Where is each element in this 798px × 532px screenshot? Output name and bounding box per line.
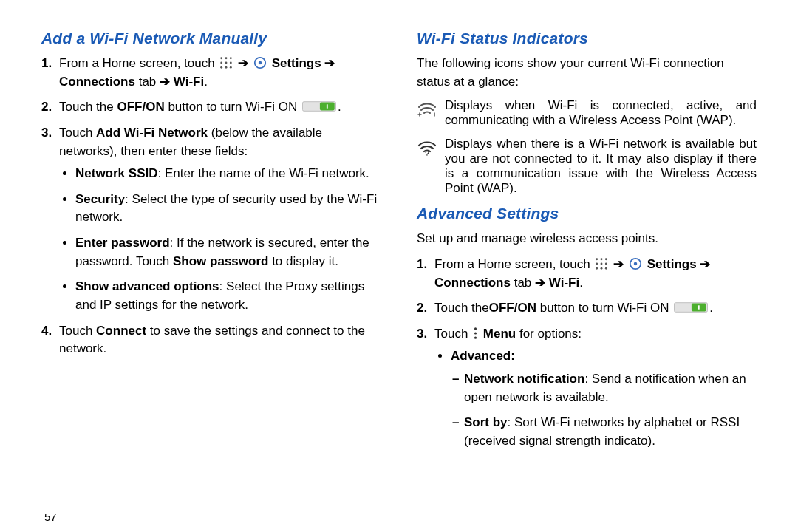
advanced-sublist: Network notification: Send a notificatio… xyxy=(451,370,757,451)
step-3: Touch Menu for options: Advanced: Networ… xyxy=(434,325,757,451)
list-item: Advanced: Network notification: Send a n… xyxy=(451,347,757,450)
text: Touch the xyxy=(434,301,489,315)
period: . xyxy=(204,75,208,89)
step-1: From a Home screen, touch ➔ Settings ➔ C… xyxy=(59,55,381,91)
svg-point-29 xyxy=(474,327,477,330)
connections-label: Connections xyxy=(434,276,511,290)
text: for options: xyxy=(516,327,582,341)
advanced-steps: From a Home screen, touch ➔ Settings ➔ C… xyxy=(417,256,757,451)
svg-point-7 xyxy=(225,66,228,69)
wifi-label: Wi-Fi xyxy=(545,276,579,290)
step-2: Touch the OFF/ON button to turn Wi-Fi ON… xyxy=(59,98,381,117)
list-item: Network SSID: Enter the name of the Wi-F… xyxy=(75,165,381,183)
intro-text: The following icons show your current Wi… xyxy=(417,55,757,91)
text: button to turn Wi-Fi ON xyxy=(536,301,672,315)
settings-gear-icon xyxy=(253,56,267,69)
arrow-icon: ➔ xyxy=(613,257,624,271)
right-column: Wi-Fi Status Indicators The following ic… xyxy=(399,27,763,532)
wifi-label: Wi-Fi xyxy=(170,75,204,89)
advanced-label: Advanced: xyxy=(451,349,515,363)
svg-point-22 xyxy=(601,267,603,270)
step-4: Touch Connect to save the settings and c… xyxy=(59,322,381,358)
list-item: Network notification: Send a notificatio… xyxy=(464,370,757,406)
left-column: Add a Wi-Fi Network Manually From a Home… xyxy=(35,27,399,532)
text: button to turn Wi-Fi ON xyxy=(165,100,301,114)
wifi-question-icon: ? xyxy=(417,138,437,160)
wifi-active-icon xyxy=(417,100,437,121)
arrow-icon: ➔ xyxy=(238,56,248,70)
svg-point-25 xyxy=(634,262,638,266)
text: to display it. xyxy=(268,254,338,268)
offon-label: OFF/ON xyxy=(117,100,164,114)
svg-point-23 xyxy=(605,267,607,270)
svg-point-5 xyxy=(230,62,232,64)
menu-dots-icon xyxy=(473,327,478,340)
svg-point-18 xyxy=(596,262,598,265)
svg-point-17 xyxy=(605,258,607,260)
svg-point-8 xyxy=(230,66,232,69)
period: . xyxy=(338,100,341,114)
add-network-label: Add Wi-Fi Network xyxy=(96,126,208,140)
settings-label: Settings xyxy=(272,56,325,70)
option-label: Network notification xyxy=(464,372,584,386)
toggle-on-icon xyxy=(302,100,336,113)
connect-label: Connect xyxy=(96,324,146,338)
arrow-icon: ➔ xyxy=(535,276,545,290)
settings-label: Settings xyxy=(647,257,700,271)
arrow-icon: ➔ xyxy=(700,257,710,271)
list-item: Sort by: Sort Wi-Fi networks by alphabet… xyxy=(464,414,757,450)
svg-point-0 xyxy=(221,57,223,59)
arrow-icon: ➔ xyxy=(324,56,335,70)
svg-rect-28 xyxy=(698,306,700,310)
svg-point-15 xyxy=(596,258,598,260)
intro-text: Set up and manage wireless access points… xyxy=(417,230,757,248)
step-3: Touch Add Wi-Fi Network (below the avail… xyxy=(59,124,381,315)
svg-rect-13 xyxy=(327,105,328,109)
field-label: Show advanced options xyxy=(75,279,219,293)
settings-gear-icon xyxy=(629,257,642,270)
text: Touch the xyxy=(59,100,117,114)
svg-point-30 xyxy=(474,332,477,334)
show-password-label: Show password xyxy=(173,254,268,268)
period: . xyxy=(709,301,713,315)
text: Touch xyxy=(59,324,96,338)
text: Touch xyxy=(59,126,96,140)
step-1: From a Home screen, touch ➔ Settings ➔ C… xyxy=(434,256,757,292)
heading-status-indicators: Wi-Fi Status Indicators xyxy=(417,30,757,47)
text: Touch xyxy=(434,327,471,341)
heading-add-wifi: Add a Wi-Fi Network Manually xyxy=(41,30,381,47)
field-label: Security xyxy=(75,192,125,206)
heading-advanced: Advanced Settings xyxy=(417,205,757,222)
field-list: Network SSID: Enter the name of the Wi-F… xyxy=(59,165,381,314)
svg-point-3 xyxy=(221,62,223,64)
svg-point-21 xyxy=(596,267,598,270)
svg-text:?: ? xyxy=(425,149,430,156)
text: tab xyxy=(135,75,160,89)
field-label: Enter password xyxy=(75,236,170,250)
text: tab xyxy=(511,276,535,290)
indicator-text: Displays when there is a Wi-Fi network i… xyxy=(445,137,757,196)
text: : Enter the name of the Wi-Fi network. xyxy=(157,166,369,180)
svg-point-6 xyxy=(221,66,223,69)
connections-label: Connections xyxy=(59,75,135,89)
text: From a Home screen, touch xyxy=(59,56,218,70)
svg-point-31 xyxy=(474,336,477,338)
menu-label: Menu xyxy=(483,327,516,341)
svg-point-4 xyxy=(225,62,228,64)
apps-icon xyxy=(595,257,608,270)
svg-point-16 xyxy=(601,258,603,260)
option-label: Sort by xyxy=(464,415,508,429)
manual-page: Add a Wi-Fi Network Manually From a Home… xyxy=(0,0,798,532)
svg-point-2 xyxy=(230,57,232,59)
period: . xyxy=(579,276,583,290)
text: From a Home screen, touch xyxy=(434,257,593,271)
list-item: Security: Select the type of security us… xyxy=(75,191,381,227)
page-number: 57 xyxy=(44,511,57,523)
indicator-text: Displays when Wi-Fi is connected, active… xyxy=(445,98,757,128)
field-label: Network SSID xyxy=(75,166,157,180)
indicator-available: ? Displays when there is a Wi-Fi network… xyxy=(417,137,757,196)
svg-point-1 xyxy=(225,57,228,59)
arrow-icon: ➔ xyxy=(160,75,170,89)
list-item: Show advanced options: Select the Proxy … xyxy=(75,278,381,314)
add-wifi-steps: From a Home screen, touch ➔ Settings ➔ C… xyxy=(41,55,381,358)
